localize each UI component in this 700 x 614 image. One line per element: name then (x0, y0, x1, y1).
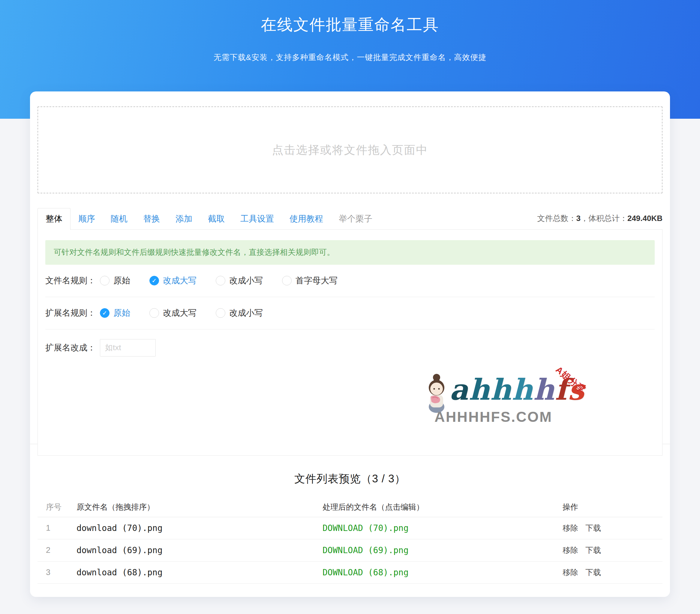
tab-add[interactable]: 添加 (168, 208, 200, 230)
file-list-table: 序号 原文件名（拖拽排序） 处理后的文件名（点击编辑） 操作 1 downloa… (38, 498, 662, 584)
row-index: 1 (38, 517, 74, 539)
radio-label: 原始 (113, 275, 130, 286)
tab-sequence[interactable]: 顺序 (71, 208, 103, 230)
file-list-title: 文件列表预览（3 / 3） (30, 472, 670, 486)
download-link[interactable]: 下载 (585, 546, 601, 555)
radio-ext-uppercase[interactable]: 改成大写 (149, 307, 197, 319)
page-subtitle: 无需下载&安装，支持多种重命名模式，一键批量完成文件重命名，高效便捷 (0, 52, 700, 63)
col-header-original: 原文件名（拖拽排序） (74, 498, 320, 517)
radio-icon (216, 308, 225, 318)
dropzone-hint: 点击选择或将文件拖入页面中 (272, 142, 428, 158)
tab-panel-overall: 可针对文件名规则和文件后缀规则快速批量修改文件名，直接选择相关规则即可。 文件名… (38, 229, 662, 456)
radio-checked-icon: ✓ (149, 276, 159, 285)
radio-ext-original[interactable]: ✓ 原始 (100, 307, 130, 319)
radio-name-capitalize[interactable]: 首字母大写 (282, 275, 338, 286)
file-count-value: 3 (576, 214, 580, 223)
original-filename[interactable]: download (70).png (74, 517, 320, 539)
filename-rule-label: 文件名规则： (45, 275, 100, 286)
radio-name-uppercase[interactable]: ✓ 改成大写 (149, 275, 197, 286)
tab-overall[interactable]: 整体 (38, 208, 71, 230)
row-index: 3 (38, 561, 74, 584)
radio-icon (216, 276, 225, 285)
processed-filename[interactable]: DOWNLOAD (70).png (320, 517, 560, 539)
main-card: 点击选择或将文件拖入页面中 整体 顺序 随机 替换 添加 截取 工具设置 使用教… (30, 91, 670, 597)
radio-checked-icon: ✓ (100, 308, 110, 318)
radio-label: 原始 (113, 307, 130, 319)
radio-name-lowercase[interactable]: 改成小写 (216, 275, 263, 286)
original-filename[interactable]: download (68).png (74, 561, 320, 584)
col-header-processed: 处理后的文件名（点击编辑） (320, 498, 560, 517)
page-title: 在线文件批量重命名工具 (0, 0, 700, 35)
table-row: 2 download (69).png DOWNLOAD (69).png 移除… (38, 539, 662, 561)
col-header-index: 序号 (38, 498, 74, 517)
table-header-row: 序号 原文件名（拖拽排序） 处理后的文件名（点击编辑） 操作 (38, 498, 662, 517)
extension-change-input[interactable] (100, 339, 156, 357)
processed-filename[interactable]: DOWNLOAD (69).png (320, 539, 560, 561)
radio-label: 改成小写 (229, 275, 263, 286)
radio-icon (100, 276, 110, 285)
row-index: 2 (38, 539, 74, 561)
tab-random[interactable]: 随机 (103, 208, 135, 230)
file-size-label: ，体积总计： (580, 214, 627, 223)
extension-rule-label: 扩展名规则： (45, 307, 100, 319)
radio-name-original[interactable]: 原始 (100, 275, 130, 286)
download-link[interactable]: 下载 (585, 523, 601, 533)
tab-replace[interactable]: 替换 (135, 208, 168, 230)
table-row: 3 download (68).png DOWNLOAD (68).png 移除… (38, 561, 662, 584)
table-row: 1 download (70).png DOWNLOAD (70).png 移除… (38, 517, 662, 539)
extension-change-label: 扩展名改成： (45, 342, 100, 354)
radio-label: 首字母大写 (296, 275, 338, 286)
rule-notice: 可针对文件名规则和文件后缀规则快速批量修改文件名，直接选择相关规则即可。 (45, 240, 655, 265)
download-link[interactable]: 下载 (585, 568, 601, 577)
radio-icon (282, 276, 292, 285)
file-dropzone[interactable]: 点击选择或将文件拖入页面中 (38, 106, 662, 193)
tab-bar: 整体 顺序 随机 替换 添加 截取 工具设置 使用教程 举个栗子 文件总数：3，… (38, 209, 662, 230)
remove-link[interactable]: 移除 (563, 523, 578, 533)
remove-link[interactable]: 移除 (563, 546, 578, 555)
radio-ext-lowercase[interactable]: 改成小写 (216, 307, 263, 319)
tab-intercept[interactable]: 截取 (200, 208, 233, 230)
radio-label: 改成大写 (163, 307, 197, 319)
radio-label: 改成大写 (163, 275, 197, 286)
extension-change-row: 扩展名改成： (45, 330, 655, 366)
filename-rule-row: 文件名规则： 原始 ✓ 改成大写 改成小写 首字母大写 (45, 265, 655, 297)
tab-tutorial[interactable]: 使用教程 (282, 208, 331, 230)
remove-link[interactable]: 移除 (563, 568, 578, 577)
tab-example[interactable]: 举个栗子 (331, 208, 380, 230)
processed-filename[interactable]: DOWNLOAD (68).png (320, 561, 560, 584)
file-size-value: 249.40KB (627, 214, 662, 223)
file-stats: 文件总数：3，体积总计：249.40KB (537, 213, 662, 230)
radio-label: 改成小写 (229, 307, 263, 319)
extension-rule-row: 扩展名规则： ✓ 原始 改成大写 改成小写 (45, 297, 655, 330)
tab-tool-settings[interactable]: 工具设置 (233, 208, 282, 230)
radio-icon (149, 308, 159, 318)
file-count-label: 文件总数： (537, 214, 576, 223)
col-header-actions: 操作 (560, 498, 662, 517)
original-filename[interactable]: download (69).png (74, 539, 320, 561)
